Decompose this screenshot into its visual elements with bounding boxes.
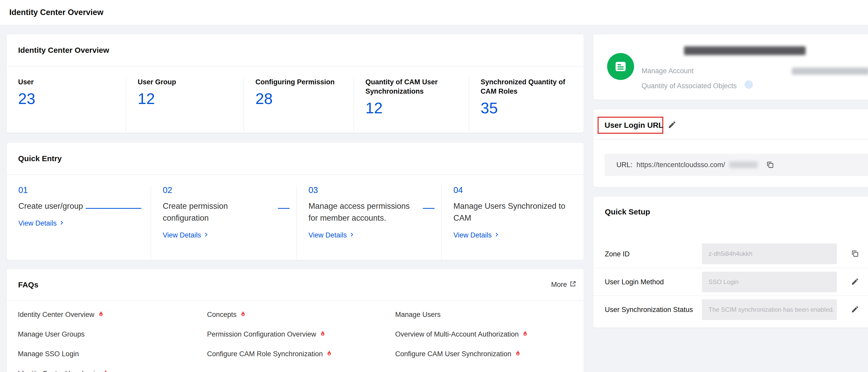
more-label: More: [551, 281, 567, 289]
overview-card: Identity Center Overview User 23 User Gr…: [7, 34, 584, 133]
faq-column-3: Manage Users Overview of Multi-Account A…: [395, 310, 528, 359]
faq-column-2: Concepts Permission Configuration Overvi…: [207, 310, 333, 359]
stat-value: 35: [480, 99, 584, 117]
flame-icon: [522, 330, 528, 339]
stat-configuring-permission: Configuring Permission 28: [244, 78, 353, 132]
copy-icon: [766, 161, 774, 170]
faq-link-label: Manage SSO Login: [18, 350, 79, 358]
url-label: URL:: [616, 161, 632, 169]
stat-label: User: [18, 78, 114, 87]
stat-user-group: User Group 12: [126, 78, 244, 132]
faq-link-label: Overview of Multi-Account Authorization: [395, 330, 519, 338]
user-sync-status-value: The SCIM synchronization has been enable…: [702, 299, 837, 320]
faq-link-label: Configure CAM User Synchronization: [395, 350, 512, 358]
step-number: 01: [19, 185, 143, 195]
quick-entry-card: Quick Entry 01 Create user/group View De…: [7, 143, 584, 260]
view-details-link[interactable]: View Details: [163, 231, 209, 239]
faq-link[interactable]: Overview of Multi-Account Authorization: [395, 330, 528, 339]
stat-cam-user-syncs: Quantity of CAM User Synchronizations 12: [353, 78, 469, 132]
user-sync-status-label: User Synchronization Status: [605, 306, 693, 313]
copy-icon: [851, 249, 859, 258]
faq-link[interactable]: Identity Center Overview: [18, 310, 109, 319]
quick-setup-row-zone-id: Zone ID z-dh5i84h4ukkh: [593, 240, 868, 268]
step-connector-dash: [423, 208, 435, 209]
faq-link[interactable]: Manage Users: [395, 310, 528, 319]
stat-label: User Group: [138, 78, 234, 87]
copy-zone-id-button[interactable]: [851, 249, 859, 258]
step-text: Create user/group: [19, 200, 143, 212]
associated-objects-label: Quantity of Associated Objects: [642, 82, 737, 90]
associated-objects-badge: [745, 81, 753, 89]
edit-login-url-button[interactable]: [668, 120, 677, 130]
edit-login-method-button[interactable]: [851, 277, 859, 286]
faqs-more-link[interactable]: More: [551, 280, 576, 289]
faq-link-label: Permission Configuration Overview: [207, 330, 316, 338]
card-divider: [593, 139, 868, 140]
zone-id-label: Zone ID: [605, 250, 630, 258]
user-login-url-title: User Login URL: [604, 117, 663, 133]
faq-column-1: Identity Center Overview Manage User Gro…: [18, 310, 109, 372]
quick-setup-card: Quick Setup Zone ID z-dh5i84h4ukkh User …: [593, 197, 868, 328]
faq-link[interactable]: Configure CAM User Synchronization: [395, 349, 528, 359]
stat-label: Synchronized Quantity of CAM Roles: [480, 78, 576, 96]
faq-link[interactable]: Concepts: [207, 310, 333, 319]
page-header: Identity Center Overview: [0, 0, 868, 25]
view-details-link[interactable]: View Details: [19, 219, 64, 227]
stat-value: 12: [138, 90, 244, 107]
account-card: Manage Account Quantity of Associated Ob…: [593, 34, 868, 100]
redacted-account-id: [792, 67, 868, 75]
copy-url-button[interactable]: [766, 161, 774, 170]
step-text: Manage access permissions for member acc…: [309, 200, 412, 224]
faq-link-label: Manage User Groups: [18, 330, 85, 338]
quick-entry-step-3: 03 Manage access permissions for member …: [296, 185, 441, 260]
quick-setup-row-sync-status: User Synchronization Status The SCIM syn…: [593, 296, 868, 323]
view-details-label: View Details: [19, 219, 57, 227]
user-login-url-card: User Login URL URL: https://tencentcloud…: [593, 110, 868, 187]
quick-entry-card-title: Quick Entry: [7, 143, 584, 175]
stat-user: User 23: [7, 78, 126, 132]
quick-entry-step-1: 01 Create user/group View Details: [7, 185, 151, 260]
faq-link[interactable]: Permission Configuration Overview: [207, 330, 333, 339]
step-connector-line: [86, 208, 141, 209]
chevron-right-icon: [494, 231, 499, 239]
faqs-card-title: FAQs: [7, 269, 584, 301]
view-details-link[interactable]: View Details: [454, 231, 499, 239]
faq-link[interactable]: Configure CAM Role Synchronization: [207, 349, 333, 359]
faq-link-label: Concepts: [207, 311, 237, 319]
flame-icon: [515, 350, 521, 358]
faq-link[interactable]: Identity Center User Login: [18, 369, 109, 372]
faq-link-label: Identity Center Overview: [18, 311, 94, 319]
quick-entry-step-2: 02 Create permission configuration View …: [151, 185, 296, 260]
step-connector-dash: [278, 208, 289, 209]
redacted-account-name: [684, 46, 806, 55]
flame-icon: [319, 330, 326, 339]
edit-sync-status-button[interactable]: [851, 305, 859, 314]
faq-link[interactable]: Manage User Groups: [18, 330, 109, 339]
faq-link[interactable]: Manage SSO Login: [18, 349, 109, 359]
pencil-icon: [668, 120, 677, 130]
manage-account-label: Manage Account: [642, 67, 693, 75]
view-details-link[interactable]: View Details: [309, 231, 354, 239]
user-login-method-value: SSO Login: [702, 272, 837, 292]
chevron-right-icon: [203, 231, 209, 239]
stat-label: Quantity of CAM User Synchronizations: [365, 78, 461, 96]
login-url-bar: URL: https://tencentcloudsso.com/: [604, 154, 868, 176]
step-number: 02: [163, 185, 288, 195]
quick-entry-steps: 01 Create user/group View Details 02 Cre…: [7, 175, 584, 260]
stat-value: 12: [365, 99, 469, 117]
faq-link-label: Configure CAM Role Synchronization: [207, 350, 323, 358]
stat-cam-roles-synced: Synchronized Quantity of CAM Roles 35: [469, 78, 584, 132]
overview-stats: User 23 User Group 12 Configuring Permis…: [7, 66, 584, 132]
quick-entry-step-4: 04 Manage Users Synchronized to CAM View…: [441, 185, 584, 260]
step-text: Create permission configuration: [163, 200, 258, 224]
page-title: Identity Center Overview: [9, 8, 103, 17]
view-details-label: View Details: [309, 231, 347, 239]
flame-icon: [240, 310, 246, 319]
chevron-right-icon: [59, 219, 64, 227]
faq-link-label: Identity Center User Login: [18, 370, 99, 372]
external-link-icon: [569, 280, 576, 289]
quick-setup-rows: Zone ID z-dh5i84h4ukkh User Login Method…: [593, 240, 868, 323]
pencil-icon: [851, 277, 859, 286]
overview-card-title: Identity Center Overview: [7, 34, 584, 66]
chevron-right-icon: [349, 231, 354, 239]
